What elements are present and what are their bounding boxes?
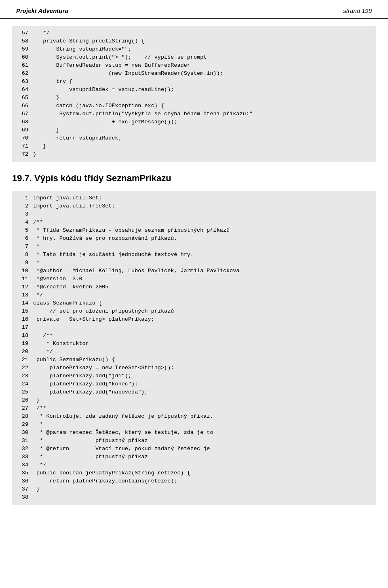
line-code: return vstupniRadek; — [33, 134, 376, 142]
table-row: 65 } — [12, 94, 376, 102]
line-code: class SeznamPrikazu { — [33, 299, 376, 307]
line-number: 22 — [12, 364, 33, 372]
line-code: * Konstruktor — [33, 340, 376, 348]
line-number: 25 — [12, 388, 33, 396]
line-code: String vstupniRadek=""; — [33, 45, 376, 53]
line-number: 61 — [12, 61, 33, 70]
line-code: } — [33, 126, 376, 134]
table-row: 34 */ — [12, 461, 376, 469]
line-number: 3 — [12, 210, 33, 218]
line-code: (new InputStreamReader(System.in)); — [33, 70, 376, 78]
table-row: 58 private String prectiString() { — [12, 37, 376, 45]
line-number: 16 — [12, 315, 33, 324]
line-number: 5 — [12, 226, 33, 235]
line-code: } — [33, 142, 376, 150]
line-code: } — [33, 485, 376, 493]
table-row: 35 public boolean jePlatnyPrikaz(String … — [12, 469, 376, 477]
project-title: Projekt Adventura — [16, 7, 68, 14]
line-number: 31 — [12, 437, 33, 445]
table-row: 3 — [12, 210, 376, 218]
table-row: 72} — [12, 150, 376, 159]
table-row: 13 */ — [12, 291, 376, 299]
line-number: 70 — [12, 134, 33, 142]
line-number: 37 — [12, 485, 33, 493]
line-number: 8 — [12, 251, 33, 259]
line-code: vstupniRadek = vstup.readLine(); — [33, 86, 376, 94]
line-code: * Tato třída je součástí jednoduché text… — [33, 251, 376, 259]
line-number: 28 — [12, 412, 33, 421]
line-number: 2 — [12, 202, 33, 210]
line-number: 6 — [12, 235, 33, 243]
table-row: 70 return vstupniRadek; — [12, 134, 376, 142]
table-row: 66 catch (java.io.IOException exc) { — [12, 102, 376, 110]
table-row: 5 * Třída SeznamPrikazu - obsahuje sezna… — [12, 226, 376, 235]
line-code: */ — [33, 461, 376, 469]
line-number: 24 — [12, 380, 33, 388]
line-code: // set pro uložení přípustných příkazů — [33, 307, 376, 315]
line-code: * @return Vrací true, pokud zadaný řetěz… — [33, 445, 376, 453]
line-number: 68 — [12, 118, 33, 126]
table-row: 25 platnePrikazy.add("napoveda"); — [12, 388, 376, 396]
line-number: 7 — [12, 243, 33, 251]
line-number: 67 — [12, 110, 33, 118]
line-code: /** — [33, 218, 376, 226]
line-code: * Třída SeznamPrikazu - obsahuje seznam … — [33, 226, 376, 235]
line-code: public boolean jePlatnyPrikaz(String ret… — [33, 469, 376, 477]
line-number: 69 — [12, 126, 33, 134]
code-block-2: 1import java.util.Set;2import java.util.… — [12, 191, 376, 505]
line-number: 14 — [12, 299, 33, 307]
line-code: private String prectiString() { — [33, 37, 376, 45]
table-row: 30 * @param retezec Řetězec, který se te… — [12, 429, 376, 437]
table-row: 26 } — [12, 396, 376, 404]
line-number: 65 — [12, 94, 33, 102]
line-code — [33, 324, 376, 332]
table-row: 6 * hry. Používá se pro rozpoznávání pří… — [12, 235, 376, 243]
line-number: 30 — [12, 429, 33, 437]
line-number: 36 — [12, 477, 33, 485]
table-row: 1import java.util.Set; — [12, 194, 376, 202]
line-code: try { — [33, 78, 376, 86]
table-row: 60 System.out.print("> "); // vypíše se … — [12, 53, 376, 61]
line-code: } — [33, 396, 376, 404]
line-code: */ — [33, 29, 376, 37]
line-number: 64 — [12, 86, 33, 94]
section-heading: 19.7. Výpis kódu třídy SeznamPrikazu — [12, 173, 376, 184]
table-row: 14class SeznamPrikazu { — [12, 299, 376, 307]
line-code: * — [33, 421, 376, 429]
line-code: /** — [33, 332, 376, 340]
code-block-1: 57 */58 private String prectiString() {5… — [12, 26, 376, 162]
line-number: 66 — [12, 102, 33, 110]
table-row: 69 } — [12, 126, 376, 134]
line-code: platnePrikazy = new TreeSet<String>(); — [33, 364, 376, 372]
line-number: 10 — [12, 267, 33, 275]
line-number: 59 — [12, 45, 33, 53]
table-row: 38 — [12, 493, 376, 501]
table-row: 32 * @return Vrací true, pokud zadaný ře… — [12, 445, 376, 453]
line-number: 11 — [12, 275, 33, 283]
line-code: System.out.println("Vyskytla se chyba bě… — [33, 110, 376, 118]
line-code: *@created květen 2005 — [33, 283, 376, 291]
line-code: BufferedReader vstup = new BufferedReade… — [33, 61, 376, 70]
line-code: platnePrikazy.add("napoveda"); — [33, 388, 376, 396]
line-number: 13 — [12, 291, 33, 299]
line-code: * @param retezec Řetězec, který se testu… — [33, 429, 376, 437]
line-number: 34 — [12, 461, 33, 469]
table-row: 18 /** — [12, 332, 376, 340]
line-number: 20 — [12, 348, 33, 356]
line-number: 60 — [12, 53, 33, 61]
table-row: 71 } — [12, 142, 376, 150]
table-row: 2import java.util.TreeSet; — [12, 202, 376, 210]
line-code: System.out.print("> "); // vypíše se pro… — [33, 53, 376, 61]
line-code: platnePrikazy.add("konec"); — [33, 380, 376, 388]
line-number: 32 — [12, 445, 33, 453]
line-code: *@version 3.0 — [33, 275, 376, 283]
line-code: * hry. Používá se pro rozpoznávání příka… — [33, 235, 376, 243]
table-row: 17 — [12, 324, 376, 332]
table-row: 67 System.out.println("Vyskytla se chyba… — [12, 110, 376, 118]
table-row: 62 (new InputStreamReader(System.in)); — [12, 70, 376, 78]
table-row: 31 * přípustný příkaz — [12, 437, 376, 445]
table-row: 63 try { — [12, 78, 376, 86]
line-number: 29 — [12, 421, 33, 429]
line-code: import java.util.Set; — [33, 194, 376, 202]
line-number: 38 — [12, 493, 33, 501]
